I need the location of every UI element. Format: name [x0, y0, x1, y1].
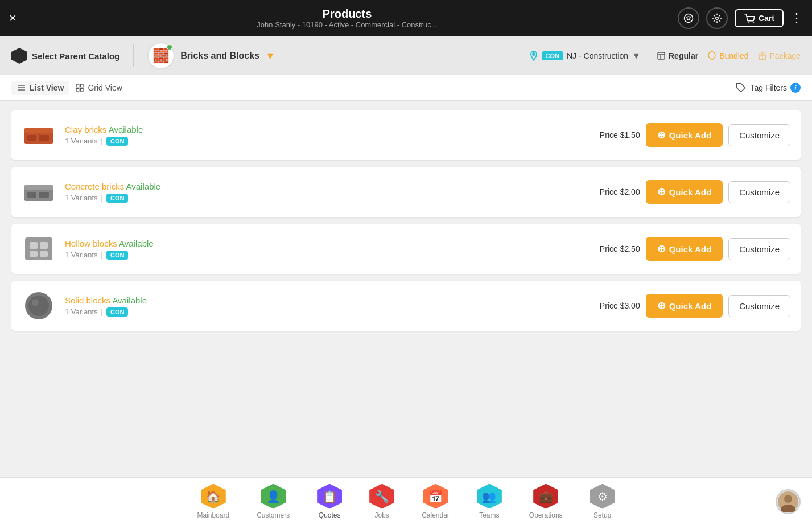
product-list: Clay bricks Available 1 Variants | CON P… — [0, 101, 812, 477]
svg-rect-17 — [27, 135, 36, 141]
catalog-icon: 🧱 — [147, 42, 175, 69]
plus-icon: ⊕ — [657, 186, 666, 198]
product-meta: 1 Variants | CON — [65, 137, 591, 146]
setup-icon: ⚙ — [590, 484, 615, 509]
catalog-bar: Select Parent Catalog 🧱 Bricks and Block… — [0, 36, 812, 75]
svg-rect-10 — [76, 84, 79, 87]
view-bar: List View Grid View Tag Filters i — [0, 75, 812, 101]
con-badge: CON — [542, 51, 563, 60]
product-badge: CON — [106, 307, 128, 317]
quick-add-button[interactable]: ⊕ Quick Add — [646, 237, 723, 261]
svg-rect-16 — [24, 128, 53, 133]
select-parent-catalog[interactable]: Select Parent Catalog — [11, 48, 119, 64]
quick-add-label: Quick Add — [669, 301, 711, 311]
product-name-row: Clay bricks Available — [65, 125, 591, 134]
table-row: Clay bricks Available 1 Variants | CON P… — [11, 110, 801, 160]
avatar[interactable] — [776, 489, 801, 514]
more-button[interactable]: ⋮ — [790, 11, 803, 26]
svg-rect-24 — [30, 242, 38, 249]
product-price: Price $1.50 — [600, 130, 640, 140]
svg-point-29 — [28, 296, 49, 316]
plus-icon: ⊕ — [657, 129, 666, 141]
customize-button[interactable]: Customize — [728, 181, 790, 203]
catalog-divider — [133, 44, 134, 67]
info-icon[interactable]: i — [790, 83, 801, 93]
online-dot — [167, 44, 172, 50]
list-view-label: List View — [30, 83, 64, 92]
product-name: Solid blocks — [65, 296, 112, 305]
mainboard-icon: 🏠 — [201, 484, 226, 509]
product-image-clay — [22, 118, 56, 152]
product-variants: 1 Variants — [65, 251, 98, 259]
quick-add-label: Quick Add — [669, 244, 711, 254]
sidebar-item-teams[interactable]: 👥 Teams — [463, 479, 516, 524]
svg-point-5 — [533, 53, 535, 55]
product-name-row: Concrete bricks Available — [65, 182, 591, 191]
product-info: Hollow blocks Available 1 Variants | CON — [65, 239, 591, 260]
product-image-hollow — [22, 232, 56, 266]
svg-rect-22 — [39, 192, 49, 198]
catalog-dropdown-icon[interactable]: ▼ — [265, 50, 275, 62]
type-package[interactable]: Package — [758, 51, 801, 60]
product-badge: CON — [106, 251, 128, 260]
product-price: Price $2.00 — [600, 187, 640, 196]
customize-button[interactable]: Customize — [728, 295, 790, 317]
product-name: Hollow blocks — [65, 239, 119, 248]
product-actions: Price $2.50 ⊕ Quick Add Customize — [600, 237, 790, 261]
product-meta: 1 Variants | CON — [65, 307, 591, 317]
top-header: × Products John Stanly - 10190 - Active … — [0, 0, 812, 36]
location-dropdown-icon[interactable]: ▼ — [632, 51, 641, 61]
product-variants: 1 Variants — [65, 307, 98, 316]
product-variants: 1 Variants — [65, 137, 98, 145]
svg-rect-21 — [27, 192, 36, 198]
product-meta: 1 Variants | CON — [65, 251, 591, 260]
sidebar-item-customers[interactable]: 👤 Customers — [243, 479, 303, 524]
svg-rect-23 — [25, 237, 52, 260]
product-name-row: Solid blocks Available — [65, 296, 591, 305]
cart-button[interactable]: Cart — [735, 9, 784, 27]
customize-button[interactable]: Customize — [728, 124, 790, 146]
calendar-icon: 📅 — [423, 484, 448, 509]
close-button[interactable]: × — [9, 11, 17, 26]
jobs-label: Jobs — [374, 511, 389, 519]
location-pin-icon — [529, 51, 538, 61]
product-name: Concrete bricks — [65, 182, 126, 191]
customers-icon: 👤 — [261, 484, 286, 509]
svg-point-0 — [684, 14, 693, 23]
sidebar-item-calendar[interactable]: 📅 Calendar — [408, 479, 463, 524]
sidebar-item-mainboard[interactable]: 🏠 Mainboard — [183, 479, 243, 524]
grid-view-button[interactable]: Grid View — [69, 81, 127, 95]
jobs-icon: 🔧 — [369, 484, 394, 509]
customize-button[interactable]: Customize — [728, 238, 790, 260]
filter-icon[interactable] — [678, 7, 699, 29]
type-bundled[interactable]: Bundled — [707, 51, 748, 60]
tag-icon — [735, 83, 747, 93]
teams-label: Teams — [479, 511, 499, 519]
product-status: Available — [109, 125, 143, 134]
sidebar-item-quotes[interactable]: 📋 Quotes — [303, 479, 356, 524]
mainboard-label: Mainboard — [197, 511, 229, 519]
quick-add-button[interactable]: ⊕ Quick Add — [646, 123, 723, 147]
quotes-icon: 📋 — [317, 484, 342, 509]
operations-icon: 💼 — [533, 484, 558, 509]
location-area: CON NJ - Construction ▼ — [529, 51, 641, 61]
type-regular[interactable]: Regular — [657, 51, 698, 60]
cart-label: Cart — [759, 14, 774, 23]
product-image-solid — [22, 289, 56, 323]
quick-add-button[interactable]: ⊕ Quick Add — [646, 180, 723, 204]
svg-rect-27 — [40, 251, 48, 257]
product-meta: 1 Variants | CON — [65, 194, 591, 203]
tag-filters[interactable]: Tag Filters i — [735, 83, 801, 93]
catalog-item: 🧱 Bricks and Blocks ▼ — [147, 42, 275, 69]
product-image-concrete — [22, 175, 56, 209]
settings-icon[interactable] — [706, 7, 728, 29]
list-view-button[interactable]: List View — [11, 81, 69, 95]
plus-icon: ⊕ — [657, 243, 666, 255]
sidebar-item-operations[interactable]: 💼 Operations — [516, 479, 576, 524]
product-name: Clay bricks — [65, 125, 109, 134]
sidebar-item-jobs[interactable]: 🔧 Jobs — [356, 479, 408, 524]
quick-add-button[interactable]: ⊕ Quick Add — [646, 294, 723, 318]
svg-rect-25 — [40, 242, 48, 249]
bottom-nav: 🏠 Mainboard 👤 Customers 📋 Quotes 🔧 Jobs … — [0, 477, 812, 525]
sidebar-item-setup[interactable]: ⚙ Setup — [576, 479, 629, 524]
